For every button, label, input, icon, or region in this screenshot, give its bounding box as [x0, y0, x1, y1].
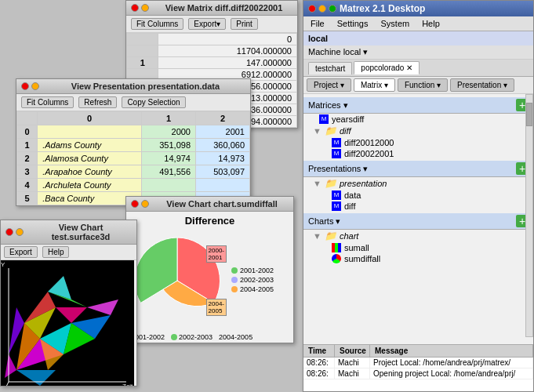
- tri-11: [5, 354, 16, 378]
- chart3d-window: View Chart test.surface3d Export Help: [0, 220, 137, 387]
- folder-expand-icon: ▼: [313, 126, 321, 136]
- minimize-icon[interactable]: [318, 5, 326, 13]
- log-col-msg-header: Message: [370, 345, 533, 357]
- matrex-title: Matrex 2.1 Desktop: [340, 3, 425, 14]
- tab-popcolorado[interactable]: popcolorado ✕: [354, 61, 420, 74]
- pres-close-icon[interactable]: [21, 82, 29, 90]
- tree-folder-presentation[interactable]: ▼ 📁 presentation: [303, 177, 533, 190]
- legend-dot-green: [231, 267, 238, 274]
- machine-bar: Machine local ▾: [303, 45, 533, 60]
- maximize-icon[interactable]: [329, 5, 336, 13]
- legend-item-2002: 2002-2003: [231, 276, 274, 284]
- idx-cell: [127, 45, 158, 57]
- chart3d-title: View Chart test.surface3d: [30, 223, 132, 241]
- pres-copy-button[interactable]: Copy Selection: [122, 96, 185, 108]
- surface3d-svg: Zeit Y: [1, 260, 134, 386]
- pres-min-icon[interactable]: [31, 82, 39, 90]
- tree-scrollbar-thumb[interactable]: [526, 103, 532, 126]
- pres-refresh-button[interactable]: Refresh: [78, 96, 117, 108]
- tree-item-yearsdiff[interactable]: M yearsdiff: [303, 114, 533, 125]
- log-time-1: 08:26:: [303, 368, 335, 379]
- chart3d-help-button[interactable]: Help: [42, 246, 70, 258]
- proj-tab-function[interactable]: Function ▾: [398, 78, 448, 92]
- proj-tab-presentation[interactable]: Presentation ▾: [450, 78, 514, 92]
- matrix-icon-diff2: M: [332, 149, 341, 158]
- vm-min-icon[interactable]: [141, 4, 149, 12]
- chart3d-close-icon[interactable]: [5, 228, 13, 236]
- pres-expand-icon: ▼: [313, 179, 321, 188]
- proj-tab-matrix[interactable]: Matrix ▾: [354, 78, 395, 92]
- presentation-title: View Presentation presentation.data: [45, 82, 245, 91]
- tab-testchart[interactable]: testchart: [308, 62, 352, 74]
- matrex-titlebar: Matrex 2.1 Desktop: [303, 1, 533, 16]
- tree-item-pres-diff[interactable]: M diff: [303, 201, 533, 212]
- row-idx: 5: [17, 192, 38, 205]
- machine-label[interactable]: Machine local ▾: [308, 47, 368, 57]
- row-label: [38, 125, 142, 139]
- log-header: Time Source Message: [303, 345, 533, 358]
- matrex-menubar: File Settings System Help: [303, 16, 533, 31]
- print-button[interactable]: Print: [231, 18, 258, 30]
- matrex-window-controls: [308, 5, 336, 13]
- legend-dot-2: [171, 334, 177, 340]
- tree-item-diff20022001[interactable]: M diff20022001: [303, 148, 533, 159]
- tree-item-sumall[interactable]: sumall: [303, 242, 533, 253]
- tree-item-pres-data[interactable]: M data: [303, 190, 533, 201]
- pres-fit-cols-button[interactable]: Fit Columns: [21, 96, 74, 108]
- tree-folder-chart[interactable]: ▼ 📁 chart: [303, 230, 533, 242]
- charts-section-header: Charts ▾ +: [303, 213, 533, 230]
- legend-item-2001: 2001-2002: [231, 267, 274, 274]
- menu-file[interactable]: File: [308, 18, 327, 29]
- chart3d-export-button[interactable]: Export: [4, 246, 38, 258]
- chart-sumdiffall-window: View Chart chart.sumdiffall Difference: [125, 196, 294, 343]
- chart3d-toolbar: Export Help: [1, 245, 136, 260]
- table-row: 3 .Arapahoe County 491,556 503,097: [17, 165, 250, 179]
- surface3d-canvas: Zeit Y: [1, 260, 134, 386]
- pres-folder-icon: 📁: [325, 178, 336, 189]
- chart-expand-icon: ▼: [313, 231, 321, 241]
- row-col1: 491,556: [142, 165, 196, 179]
- export-button[interactable]: Export▾: [188, 18, 226, 30]
- chart3d-titlebar: View Chart test.surface3d: [1, 220, 136, 245]
- tree-folder-diff[interactable]: ▼ 📁 diff: [303, 125, 533, 137]
- menu-settings[interactable]: Settings: [335, 18, 371, 29]
- table-header-row: 0 1 2: [17, 112, 250, 125]
- presentation-table-scroll[interactable]: 0 1 2 0 2000 2001 1 .Adams County 351,09…: [16, 111, 250, 205]
- matrices-section-header: Matrices ▾ +: [303, 97, 533, 114]
- idx-cell: [127, 34, 158, 45]
- z-axis-1: [5, 382, 9, 386]
- log-row-1: 08:26: Machi Opening project Local: /hom…: [303, 368, 533, 379]
- matrix-icon: M: [319, 114, 329, 124]
- val-cell: 11704.000000: [158, 45, 297, 57]
- row-col1: 14,974: [142, 152, 196, 165]
- chart-min-icon[interactable]: [141, 200, 149, 208]
- val-cell: 147.000000: [158, 57, 297, 69]
- table-row: 2 .Alamosa County 14,974 14,973: [17, 152, 250, 165]
- proj-tab-project[interactable]: Project ▾: [307, 78, 351, 92]
- close-icon[interactable]: [308, 5, 316, 13]
- matrex-desktop: Matrex 2.1 Desktop File Settings System …: [303, 0, 534, 392]
- vm-close-icon[interactable]: [131, 4, 139, 12]
- tree-item-sumdiffall[interactable]: sumdiffall: [303, 253, 533, 264]
- tree-scrollbar[interactable]: [525, 94, 533, 337]
- table-row: 0: [127, 34, 297, 45]
- matrix-icon-pres-diff: M: [332, 201, 341, 211]
- chart3d-min-icon[interactable]: [16, 228, 24, 236]
- menu-system[interactable]: System: [378, 18, 412, 29]
- col-header-idx: [17, 112, 38, 125]
- row-label: .Alamosa County: [38, 152, 142, 165]
- row-col2: 503,097: [196, 165, 250, 179]
- tree-item-diff20012000[interactable]: M diff20012000: [303, 137, 533, 148]
- chart-legend: 2001-2002 2002-2003 2004-2005: [228, 263, 277, 298]
- menu-help[interactable]: Help: [420, 18, 442, 29]
- matrix-icon-diff1: M: [332, 138, 341, 147]
- fit-columns-button[interactable]: Fit Columns: [131, 18, 183, 30]
- vm-controls: [131, 4, 149, 12]
- row-idx: 0: [17, 125, 38, 139]
- log-col-src-header: Source: [335, 345, 370, 357]
- tri-14: [87, 299, 118, 315]
- chart-close-icon[interactable]: [131, 200, 139, 208]
- row-label: .Arapahoe County: [38, 165, 142, 179]
- tree-item-pres-data-label: data: [344, 191, 361, 200]
- tree-item-diff2-label: diff20022001: [344, 149, 394, 158]
